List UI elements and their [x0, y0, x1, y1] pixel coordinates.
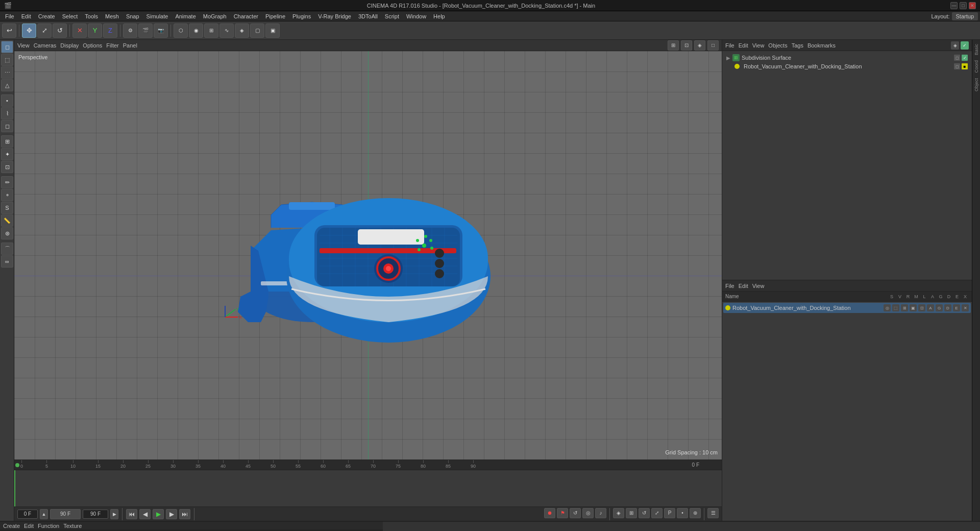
- obj-icon-x[interactable]: ✕: [962, 304, 969, 311]
- vp-menu-view[interactable]: View: [17, 42, 30, 49]
- menu-help[interactable]: Help: [430, 12, 448, 20]
- scene-objects-button[interactable]: ◈: [235, 23, 249, 38]
- object-item-robot[interactable]: Robot_Vacuum_Cleaner_with_Docking_Statio…: [723, 303, 971, 313]
- lasso-select[interactable]: ⋯: [1, 66, 13, 79]
- obj-icon-s[interactable]: ◎: [884, 304, 891, 311]
- move-tool-button[interactable]: ✥: [22, 23, 36, 38]
- y-axis-button[interactable]: Y: [88, 23, 102, 38]
- sub-ctrl-2[interactable]: ✓: [962, 55, 968, 61]
- vp-menu-filter[interactable]: Filter: [106, 42, 118, 49]
- obj-icon-e[interactable]: E: [953, 304, 960, 311]
- rotate-tool-button[interactable]: ↺: [53, 23, 67, 38]
- vp-menu-display[interactable]: Display: [60, 42, 79, 49]
- x-axis-button[interactable]: ✕: [72, 23, 87, 38]
- tc-sound-button[interactable]: ♪: [595, 508, 606, 518]
- first-frame-button[interactable]: ⏮: [126, 509, 137, 519]
- robot-ctrl-1[interactable]: ◻: [954, 63, 960, 69]
- timeline-track[interactable]: [14, 470, 722, 506]
- brush-tool[interactable]: ⚬: [1, 189, 13, 201]
- obj-icon-d[interactable]: D: [944, 304, 951, 311]
- mat-menu-create[interactable]: Create: [3, 523, 20, 529]
- z-axis-button[interactable]: Z: [103, 23, 117, 38]
- playhead[interactable]: [14, 470, 15, 506]
- tab-basic[interactable]: Basic: [973, 42, 980, 57]
- play-button[interactable]: ▶: [153, 509, 164, 519]
- menu-file[interactable]: File: [2, 12, 17, 20]
- vp-icon-4[interactable]: □: [707, 40, 719, 51]
- mat-menu-function[interactable]: Function: [38, 523, 59, 529]
- vp-menu-options[interactable]: Options: [83, 42, 102, 49]
- vp-icon-3[interactable]: ◈: [694, 40, 705, 51]
- scene-menu-bookmarks[interactable]: Bookmarks: [807, 42, 836, 49]
- tc-scale-button[interactable]: ⤢: [651, 508, 663, 518]
- material-button[interactable]: ▢: [250, 23, 264, 38]
- scene-menu-edit[interactable]: Edit: [739, 42, 748, 49]
- menu-edit[interactable]: Edit: [18, 12, 34, 20]
- obj-icon-l[interactable]: ⊡: [918, 304, 925, 311]
- obj-menu-file[interactable]: File: [725, 283, 734, 289]
- loop-button[interactable]: ↺: [570, 508, 581, 518]
- menu-tools[interactable]: Tools: [82, 12, 101, 20]
- poly-mode[interactable]: ◻: [1, 120, 13, 132]
- menu-mesh[interactable]: Mesh: [102, 12, 122, 20]
- nurbs-button[interactable]: ◉: [189, 23, 203, 38]
- tc-all-button[interactable]: ⊛: [690, 508, 701, 518]
- render-settings-button[interactable]: ⚙: [123, 23, 137, 38]
- texture-mode[interactable]: ⊞: [1, 135, 13, 148]
- mat-menu-texture[interactable]: Texture: [63, 523, 82, 529]
- tab-object[interactable]: Object: [973, 76, 980, 93]
- magnet-tool[interactable]: ⊛: [1, 227, 13, 239]
- menu-character[interactable]: Character: [231, 12, 261, 20]
- minimize-button[interactable]: —: [950, 2, 958, 9]
- menu-create[interactable]: Create: [35, 12, 58, 20]
- measure-tool[interactable]: 📏: [1, 214, 13, 227]
- pen-tool[interactable]: ✏: [1, 176, 13, 188]
- layout-value[interactable]: Startup: [952, 12, 978, 20]
- scene-item-robot[interactable]: Robot_Vacuum_Cleaner_with_Docking_Statio…: [724, 62, 970, 70]
- tc-pos-button[interactable]: ⊞: [626, 508, 637, 518]
- next-frame-button[interactable]: ▶: [166, 509, 177, 519]
- obj-icon-v[interactable]: ⬚: [892, 304, 899, 311]
- undo-button[interactable]: ↩: [2, 23, 16, 38]
- menu-snap[interactable]: Snap: [123, 12, 142, 20]
- viewport[interactable]: Perspective Grid Spacing : 10 cm: [14, 51, 722, 460]
- scale-tool-button[interactable]: ⤢: [37, 23, 52, 38]
- scene-icon-1[interactable]: ◈: [951, 41, 959, 50]
- render-active-view-button[interactable]: 📷: [154, 23, 168, 38]
- mat-menu-edit[interactable]: Edit: [24, 523, 34, 529]
- obj-menu-view[interactable]: View: [752, 283, 765, 289]
- scene-menu-tags[interactable]: Tags: [792, 42, 803, 49]
- tc-rot-button[interactable]: ↺: [639, 508, 650, 518]
- point-mode[interactable]: •: [1, 94, 13, 107]
- spline-button[interactable]: ∿: [219, 23, 234, 38]
- menu-script[interactable]: Script: [382, 12, 402, 20]
- render-to-picture-button[interactable]: 🎬: [138, 23, 153, 38]
- menu-mograph[interactable]: MoGraph: [200, 12, 230, 20]
- snap-mode[interactable]: ✦: [1, 148, 13, 160]
- tc-param-button[interactable]: P: [664, 508, 675, 518]
- knife-tool[interactable]: S: [1, 202, 13, 214]
- current-frame-field[interactable]: 0 F: [17, 510, 38, 519]
- obj-menu-edit[interactable]: Edit: [739, 283, 748, 289]
- prev-frame-button[interactable]: ◀: [139, 509, 151, 519]
- robot-ctrl-2[interactable]: ■: [962, 63, 968, 69]
- frame-input-field2[interactable]: 90 F: [50, 509, 81, 519]
- menu-pipeline[interactable]: Pipeline: [262, 12, 288, 20]
- tc-motion-button[interactable]: ◎: [582, 508, 594, 518]
- end-frame-field[interactable]: 90 F: [83, 510, 108, 519]
- last-frame-button[interactable]: ⏭: [179, 509, 190, 519]
- scene-icon-2[interactable]: ✓: [961, 41, 969, 50]
- autokey-button[interactable]: ⚑: [557, 508, 568, 518]
- maximize-button[interactable]: □: [960, 2, 967, 9]
- sub-ctrl-1[interactable]: ◻: [954, 55, 960, 61]
- tc-settings-button[interactable]: ☰: [707, 508, 719, 518]
- menu-plugins[interactable]: Plugins: [289, 12, 314, 20]
- deformer-button[interactable]: ⊞: [204, 23, 218, 38]
- vp-menu-cameras[interactable]: Cameras: [34, 42, 57, 49]
- twist-tool[interactable]: ∞: [1, 255, 13, 268]
- floor-button[interactable]: ▣: [265, 23, 280, 38]
- tc-key-button[interactable]: ◈: [613, 508, 624, 518]
- obj-icon-a[interactable]: A: [927, 304, 934, 311]
- menu-vray[interactable]: V-Ray Bridge: [315, 12, 354, 20]
- scene-menu-view[interactable]: View: [752, 42, 765, 49]
